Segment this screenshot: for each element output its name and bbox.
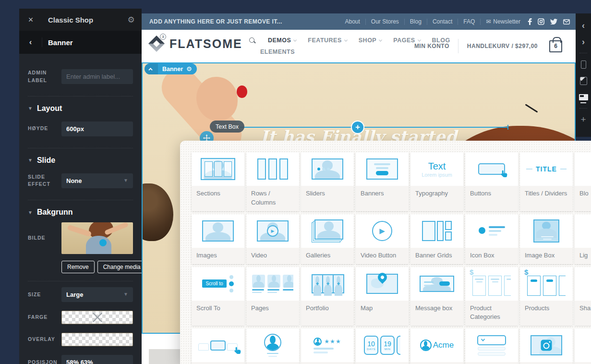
- element-tile-product-categories[interactable]: $Product Categories: [465, 267, 518, 326]
- email-icon[interactable]: [563, 19, 570, 24]
- element-tile-instagram-feed[interactable]: Instagram feed: [520, 328, 573, 364]
- element-tile-products[interactable]: $Products: [520, 267, 573, 326]
- divider: [458, 39, 458, 53]
- topbar-link-about[interactable]: About: [339, 18, 365, 25]
- banners-icon: [356, 152, 409, 186]
- cart-link[interactable]: HANDLEKURV / $297,00: [467, 43, 538, 49]
- farge-label: FARGE: [28, 314, 61, 321]
- facebook-icon[interactable]: [528, 18, 532, 25]
- desktop-device-icon[interactable]: [576, 89, 591, 105]
- element-tile-titles-dividers[interactable]: TITLETitles / Dividers: [520, 152, 573, 211]
- bannergrids-icon: [410, 214, 463, 248]
- element-tile-testimonials[interactable]: ★★★Testimonials: [301, 328, 354, 364]
- background-image-thumbnail[interactable]: [61, 222, 133, 254]
- focal-point-marker[interactable]: [99, 239, 107, 246]
- element-tile-countdown[interactable]: 10DAYS19MINCountdown: [356, 328, 409, 364]
- section-title: Slide: [37, 156, 55, 165]
- titles-icon: TITLE: [520, 152, 573, 186]
- tile-label: Portfolio: [301, 301, 354, 326]
- element-tile-rows-columns[interactable]: Rows / Columns: [246, 152, 299, 211]
- element-tile-typography[interactable]: TextLorem ipsumTypography: [410, 152, 463, 211]
- back-icon[interactable]: ‹: [19, 37, 42, 47]
- remove-button[interactable]: Remove: [61, 261, 95, 273]
- person-silhouette-icon: [267, 275, 280, 288]
- element-tile-grid: SectionsRows / ColumnsSlidersBannersText…: [180, 141, 591, 364]
- twitter-icon[interactable]: [550, 19, 557, 24]
- element-tile-portfolio[interactable]: +++Portfolio: [301, 267, 354, 326]
- element-tile-blo[interactable]: Blo: [575, 152, 591, 211]
- banner-badge[interactable]: Banner ⚙: [145, 63, 197, 74]
- tablet-device-icon[interactable]: [576, 73, 591, 89]
- element-tile-galleries[interactable]: Galleries: [301, 214, 354, 264]
- slide-effect-select[interactable]: None ▼: [61, 173, 133, 188]
- element-tile-image-box[interactable]: Image Box: [520, 214, 573, 264]
- element-tile-buttons[interactable]: Buttons: [465, 152, 518, 211]
- newsletter-link[interactable]: ✉ Newsletter: [481, 18, 526, 25]
- topbar-link-contact[interactable]: Contact: [427, 18, 458, 25]
- admin-label-input[interactable]: [61, 69, 133, 84]
- element-tile-lig[interactable]: $Lig: [575, 214, 591, 264]
- element-tile-images[interactable]: Images: [192, 214, 244, 264]
- change-media-button[interactable]: Change media: [97, 261, 142, 273]
- section-layout[interactable]: ▼ Layout: [19, 97, 142, 113]
- element-tile-logo[interactable]: AcmeLogo: [410, 328, 463, 364]
- size-select[interactable]: Large ▼: [61, 287, 133, 302]
- add-element-button[interactable]: +: [351, 121, 364, 134]
- instagram-icon[interactable]: [538, 18, 544, 25]
- pages-icon: [246, 267, 299, 301]
- cart-bag-icon[interactable]: 6: [549, 40, 562, 52]
- element-tile-map[interactable]: Map: [356, 267, 409, 326]
- hoyde-input[interactable]: [61, 121, 133, 136]
- account-link[interactable]: MIN KONTO: [414, 43, 449, 49]
- element-tile-icon-box[interactable]: Icon Box: [465, 214, 518, 264]
- element-tile-sections[interactable]: Sections: [192, 152, 244, 211]
- tile-label: Logo: [410, 362, 463, 364]
- topbar-link-our-stores[interactable]: Our Stores: [366, 18, 404, 25]
- gear-icon[interactable]: ⚙: [121, 15, 142, 25]
- overlay-swatch-empty[interactable]: [61, 333, 133, 346]
- element-tile-tabs[interactable]: Tabs: [192, 328, 244, 364]
- logo-diamond-icon: 3: [149, 36, 164, 51]
- tile-label: Galleries: [301, 248, 354, 264]
- chevron-right-icon[interactable]: ›: [576, 34, 591, 50]
- element-tile-team-member[interactable]: Team Member: [246, 328, 299, 364]
- element-tile-pages[interactable]: Pages: [246, 267, 299, 326]
- gear-icon[interactable]: ⚙: [186, 65, 197, 73]
- element-tile-scroll-to[interactable]: Scroll toScroll To: [192, 267, 244, 326]
- menu-item-demos[interactable]: DEMOS: [268, 37, 296, 44]
- buttons-icon: [465, 152, 518, 186]
- element-tile-sha-ico[interactable]: Sha ico: [575, 267, 591, 326]
- caret-down-icon: ▼: [28, 106, 33, 111]
- element-tile-banners[interactable]: Banners: [356, 152, 409, 211]
- element-tile-banner-grids[interactable]: Banner Grids: [410, 214, 463, 264]
- element-tile-message-box[interactable]: Message box: [410, 267, 463, 326]
- close-icon[interactable]: ×: [19, 15, 42, 25]
- element-tile-sea[interactable]: Sea: [575, 328, 591, 364]
- header-account-area: MIN KONTO HANDLEKURV / $297,00 6: [414, 30, 562, 62]
- menu-item-shop[interactable]: SHOP: [359, 37, 382, 44]
- search-icon[interactable]: [249, 37, 255, 44]
- chevron-left-icon[interactable]: ‹: [576, 17, 591, 34]
- plus-icon[interactable]: +: [576, 111, 591, 128]
- site-topbar: ADD ANYTHING HERE OR JUST REMOVE IT... A…: [142, 13, 576, 30]
- section-slide[interactable]: ▼ Slide: [19, 148, 142, 165]
- element-tile-accordion[interactable]: Accordion: [465, 328, 518, 364]
- section-bakgrunn[interactable]: ▼ Bakgrunn: [19, 200, 142, 217]
- phone-device-icon[interactable]: [576, 56, 591, 73]
- topbar-link-blog[interactable]: Blog: [405, 18, 427, 25]
- collapse-icon[interactable]: [145, 63, 158, 74]
- tile-label: Map: [356, 301, 409, 326]
- menu-item-features[interactable]: FEATURES: [308, 37, 347, 44]
- divider: [28, 281, 133, 281]
- divider: [579, 108, 587, 109]
- element-tile-video-button[interactable]: ▶Video Button: [356, 214, 409, 264]
- map-icon: [356, 267, 409, 301]
- posisjon-input[interactable]: [61, 355, 133, 364]
- topbar-link-faq[interactable]: FAQ: [458, 18, 480, 25]
- tile-label: Products: [520, 301, 573, 326]
- element-tile-sliders[interactable]: Sliders: [301, 152, 354, 211]
- element-tile-video[interactable]: ▶Video: [246, 214, 299, 264]
- color-swatch-empty[interactable]: [61, 311, 133, 324]
- farge-row: FARGE: [19, 311, 142, 324]
- flatsome-logo[interactable]: 3 FLATSOME: [149, 36, 242, 51]
